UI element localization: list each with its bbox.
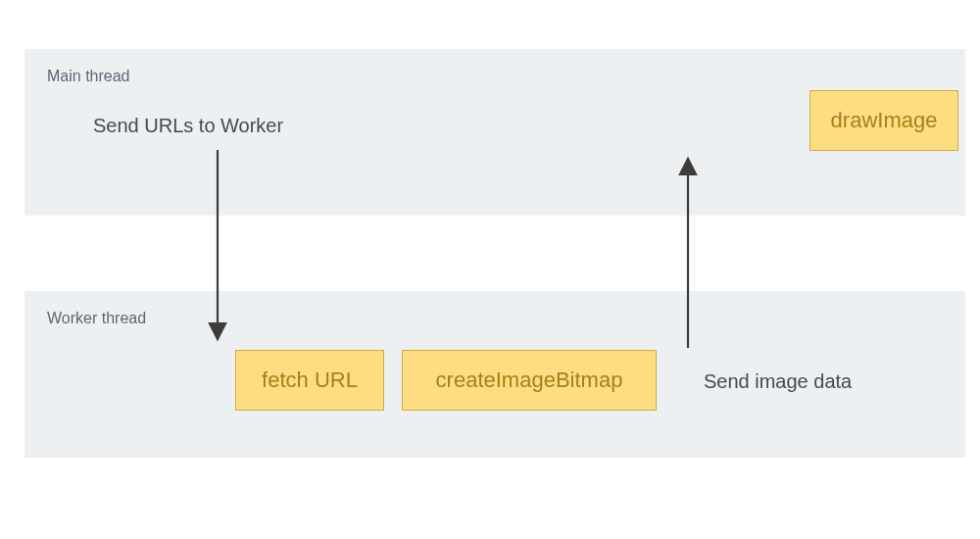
diagram-canvas: Main thread Worker thread Send URLs to W… [0, 0, 980, 539]
arrows-svg [0, 0, 980, 539]
